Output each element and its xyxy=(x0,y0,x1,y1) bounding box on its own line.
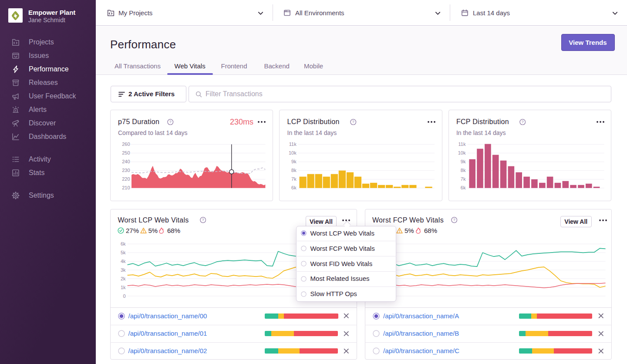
svg-text:10k: 10k xyxy=(289,150,297,155)
svg-text:230: 230 xyxy=(122,168,130,173)
svg-text:6k: 6k xyxy=(121,241,126,246)
svg-text:220: 220 xyxy=(122,176,130,182)
svg-text:8k: 8k xyxy=(291,168,297,173)
svg-text:210: 210 xyxy=(122,185,130,190)
svg-text:11k: 11k xyxy=(458,142,465,147)
svg-text:0: 0 xyxy=(123,293,125,298)
svg-text:7k: 7k xyxy=(291,176,297,182)
svg-text:8k: 8k xyxy=(460,168,465,173)
svg-text:6k: 6k xyxy=(460,185,465,190)
svg-text:260: 260 xyxy=(122,142,130,147)
svg-text:3k: 3k xyxy=(121,267,126,272)
svg-text:4k: 4k xyxy=(121,258,126,263)
svg-text:6k: 6k xyxy=(291,185,297,190)
svg-text:7k: 7k xyxy=(460,176,465,182)
svg-text:9k: 9k xyxy=(291,159,297,164)
svg-text:5k: 5k xyxy=(121,249,126,255)
svg-text:240: 240 xyxy=(122,159,130,164)
svg-text:10k: 10k xyxy=(458,150,465,155)
svg-text:9k: 9k xyxy=(460,159,465,164)
svg-text:2k: 2k xyxy=(121,276,126,281)
svg-text:1k: 1k xyxy=(121,284,126,290)
svg-text:11k: 11k xyxy=(289,142,297,147)
svg-text:250: 250 xyxy=(122,150,130,155)
